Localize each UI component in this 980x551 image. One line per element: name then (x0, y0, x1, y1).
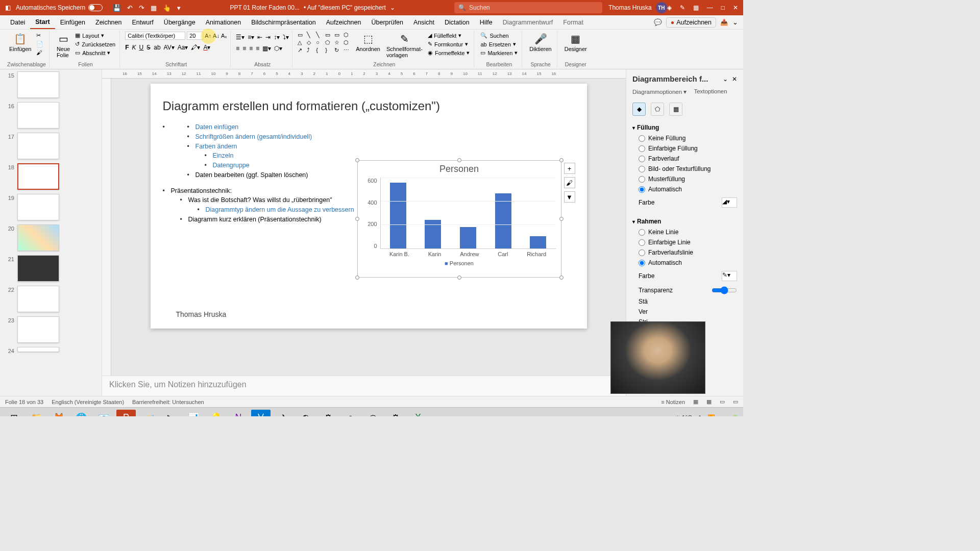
radio-auto-line[interactable]: Automatisch (632, 258, 737, 268)
view-slideshow-icon[interactable]: ▭ (733, 398, 738, 405)
chart-styles-button[interactable]: 🖌 (564, 177, 575, 188)
designer-button[interactable]: ▦Designer (562, 32, 589, 53)
transparency-slider[interactable] (712, 286, 737, 294)
thumb-19[interactable] (17, 194, 59, 220)
radio-no-line[interactable]: Keine Linie (632, 227, 737, 237)
share-icon[interactable]: 📤 (720, 18, 728, 26)
tab-uebergaenge[interactable]: Übergänge (159, 16, 201, 29)
columns-button[interactable]: ▦▾ (262, 45, 271, 52)
font-color-button[interactable]: A▾ (203, 44, 210, 51)
slide-author[interactable]: Thomas Hruska (176, 310, 227, 318)
outline-button[interactable]: ✎ Formkontur ▾ (427, 40, 471, 48)
chart-elements-button[interactable]: + (564, 163, 575, 174)
notes-toggle[interactable]: ≡ Notizen (661, 399, 685, 405)
app-icon-2[interactable]: 📊 (184, 410, 203, 417)
bullets-button[interactable]: ☰▾ (236, 34, 244, 41)
app-icon-5[interactable]: ◐ (296, 410, 315, 417)
dictate-button[interactable]: 🎤Diktieren (527, 32, 553, 53)
radio-gradient-line[interactable]: Farbverlaufslinie (632, 247, 737, 258)
tab-dictation[interactable]: Dictation (439, 16, 475, 29)
start-button[interactable]: ⊞ (4, 410, 23, 417)
app-icon-1[interactable]: 🪐 (139, 410, 158, 417)
arrange-button[interactable]: ⬚Anordnen (354, 32, 382, 53)
outlook-icon[interactable]: 📧 (94, 410, 113, 417)
chart-legend[interactable]: Personen (358, 257, 561, 266)
font-size-select[interactable] (187, 32, 203, 40)
cut-button[interactable]: ✂ (35, 32, 44, 39)
settings-icon[interactable]: ⚙ (386, 410, 405, 417)
underline-button[interactable]: U (139, 44, 144, 51)
tray-cloud-icon[interactable]: ☁ (720, 414, 726, 417)
spacing-button[interactable]: AV▾ (164, 44, 175, 51)
user-account[interactable]: Thomas Hruska TH (608, 2, 667, 13)
autosave-toggle[interactable]: Automatisches Speichern (16, 4, 103, 11)
fill-color-button[interactable]: ◢▾ (722, 197, 737, 208)
tray-battery-icon[interactable]: 🔋 (731, 414, 739, 417)
app-icon-3[interactable]: 💡 (206, 410, 226, 417)
effects-button[interactable]: ◉ Formeffekte ▾ (427, 49, 471, 57)
close-icon[interactable]: ✕ (733, 4, 738, 11)
radio-solid-line[interactable]: Einfarbige Linie (632, 237, 737, 247)
chart-filter-button[interactable]: ▼ (564, 191, 575, 203)
paste-button[interactable]: 📋Einfügen (7, 32, 33, 53)
case-button[interactable]: Aa▾ (178, 44, 188, 51)
telegram-icon[interactable]: ✈ (274, 410, 293, 417)
app-icon-9[interactable]: ▭ (431, 410, 450, 417)
slide-canvas[interactable]: Diagramm erstellen und formatieren („cus… (151, 84, 587, 329)
fill-tab-icon[interactable]: ◆ (632, 103, 646, 116)
chrome-icon[interactable]: 🌐 (71, 410, 91, 417)
save-icon[interactable]: 💾 (113, 4, 121, 12)
record-button[interactable]: Aufzeichnen (666, 17, 716, 28)
radio-picture-fill[interactable]: Bild- oder Texturfüllung (632, 164, 737, 174)
pane-tab-diagram[interactable]: Diagrammoptionen ▾ (632, 88, 687, 95)
search-input[interactable] (469, 4, 598, 11)
indent-dec-button[interactable]: ⇤ (257, 34, 262, 41)
align-left-button[interactable]: ≡ (236, 45, 239, 52)
quick-styles-button[interactable]: ✎Schnellformat- vorlagen (384, 32, 425, 59)
tab-animationen[interactable]: Animationen (201, 16, 247, 29)
tab-bildschirm[interactable]: Bildschirmpräsentation (246, 16, 321, 29)
filename[interactable]: PPT 01 Roter Faden 00... (230, 4, 300, 11)
thumb-16[interactable] (17, 102, 59, 129)
line-color-button[interactable]: ✎▾ (722, 271, 737, 281)
view-sorter-icon[interactable]: ▦ (706, 398, 712, 405)
tray-network-icon[interactable]: 📶 (707, 414, 715, 417)
radio-pattern-fill[interactable]: Musterfüllung (632, 174, 737, 184)
pen-icon[interactable]: ✎ (680, 4, 685, 11)
layout-button[interactable]: ▦ Layout ▾ (74, 32, 116, 39)
bar-4[interactable] (530, 236, 546, 248)
onenote-icon[interactable]: N (229, 410, 248, 417)
numbering-button[interactable]: ≡▾ (248, 34, 254, 41)
text-dir-button[interactable]: ⤵▾ (283, 34, 289, 41)
section-fuellung[interactable]: Füllung (632, 122, 737, 133)
size-tab-icon[interactable]: ▦ (669, 103, 682, 116)
bar-2[interactable] (460, 227, 476, 248)
shadow-button[interactable]: ab (154, 44, 160, 51)
chart-title[interactable]: Personen (358, 161, 561, 178)
tab-datei[interactable]: Datei (5, 16, 30, 29)
vlc-icon[interactable]: ▶ (161, 410, 181, 417)
explorer-icon[interactable]: 📁 (27, 410, 46, 417)
touch-icon[interactable]: 👆 (163, 4, 171, 12)
undo-icon[interactable]: ↶ (127, 4, 133, 12)
fill-button[interactable]: ◢ Fülleffekt ▾ (427, 32, 471, 39)
app-icon-7[interactable]: ● (341, 410, 360, 417)
pane-close-icon[interactable]: ✕ (732, 76, 737, 83)
align-center-button[interactable]: ≡ (242, 45, 246, 52)
chart-object[interactable]: Personen 600 400 200 0 (357, 160, 561, 278)
italic-button[interactable]: K (132, 44, 136, 51)
tab-einfuegen[interactable]: Einfügen (55, 16, 90, 29)
diamond-icon[interactable]: ◈ (667, 4, 672, 11)
tab-hilfe[interactable]: Hilfe (475, 16, 498, 29)
increase-font-icon[interactable]: A↑ (205, 33, 211, 39)
tab-start[interactable]: Start (30, 16, 55, 29)
radio-gradient-fill[interactable]: Farbverlauf (632, 154, 737, 164)
comments-icon[interactable]: 💬 (654, 18, 662, 26)
shapes-gallery[interactable]: ▭╲╲▭▭⬡ △◇○⬠☆⬡ ↗⤴{}↻⋯ (298, 32, 352, 54)
new-slide-button[interactable]: ▭Neue Folie (55, 32, 72, 59)
calendar-icon[interactable]: ▦ (693, 4, 699, 11)
powerpoint-icon[interactable]: P (116, 410, 136, 417)
radio-no-fill[interactable]: Keine Füllung (632, 133, 737, 143)
strike-button[interactable]: S̶ (146, 44, 151, 51)
tab-aufzeichnen[interactable]: Aufzeichnen (321, 16, 366, 29)
